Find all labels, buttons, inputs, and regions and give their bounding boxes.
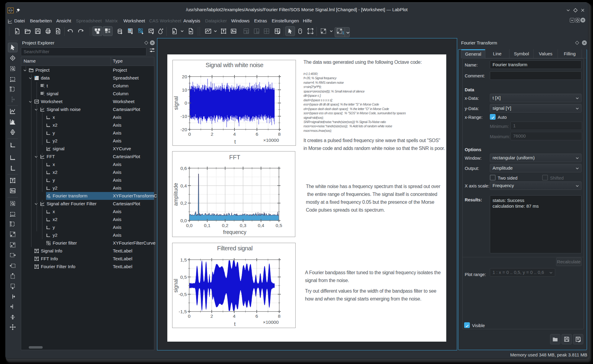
svg-text:8: 8	[278, 132, 281, 137]
svg-text:0,0: 0,0	[180, 218, 187, 223]
svg-text:signal: signal	[173, 279, 179, 293]
svg-text:amplitude: amplitude	[173, 183, 179, 206]
svg-text:0,2: 0,2	[222, 223, 228, 228]
svg-text:t: t	[234, 321, 236, 327]
svg-text:t: t	[234, 139, 236, 145]
svg-text:0: 0	[188, 132, 191, 137]
svg-text:4: 4	[233, 132, 236, 137]
svg-text:-1,5: -1,5	[179, 309, 187, 314]
svg-text:0,3: 0,3	[240, 223, 247, 228]
svg-text:1,5: 1,5	[180, 257, 187, 262]
svg-text:0,6: 0,6	[180, 166, 187, 171]
svg-text:20: 20	[182, 74, 187, 79]
svg-text:FFT: FFT	[229, 154, 240, 161]
svg-text:2: 2	[211, 132, 213, 137]
svg-text:6: 6	[255, 314, 258, 319]
svg-text:6: 6	[256, 132, 258, 137]
svg-text:8: 8	[278, 314, 281, 319]
svg-text:10: 10	[182, 87, 187, 93]
svg-text:×10000: ×10000	[263, 138, 279, 143]
svg-text:0,5: 0,5	[180, 275, 187, 280]
svg-text:Filtered signal: Filtered signal	[217, 245, 253, 252]
svg-text:0,1: 0,1	[204, 223, 211, 228]
svg-text:-20: -20	[180, 127, 187, 132]
svg-text:×10000: ×10000	[263, 320, 279, 325]
svg-text:Signal with white noise: Signal with white noise	[206, 62, 264, 68]
svg-text:0,4: 0,4	[258, 223, 264, 228]
svg-text:2: 2	[210, 314, 213, 319]
svg-text:-10: -10	[180, 114, 187, 119]
svg-text:0: 0	[185, 100, 187, 106]
svg-text:0: 0	[188, 314, 191, 319]
svg-text:0,4: 0,4	[180, 183, 187, 188]
svg-text:0,0: 0,0	[186, 223, 193, 228]
svg-text:-0,5: -0,5	[179, 292, 187, 297]
svg-text:0,2: 0,2	[180, 200, 187, 206]
svg-text:4: 4	[233, 314, 236, 319]
svg-text:frequency: frequency	[223, 229, 246, 235]
svg-text:0,5: 0,5	[276, 223, 282, 228]
svg-text:signal: signal	[173, 96, 179, 110]
